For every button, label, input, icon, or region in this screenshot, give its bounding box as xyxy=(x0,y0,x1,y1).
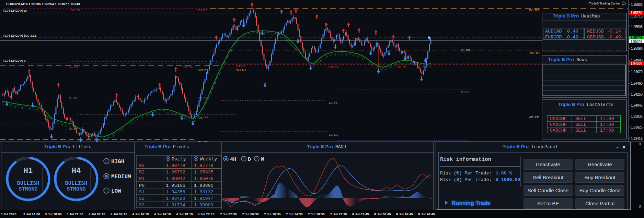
svg-text:Triple B Pro: Triple B Pro xyxy=(44,144,70,149)
svg-text:S3: S3 xyxy=(139,203,145,208)
svg-text:MACD: MACD xyxy=(335,144,346,149)
svg-text:Triple B Pro: Triple B Pro xyxy=(307,144,333,149)
svg-text:8 Jul 06:45: 8 Jul 06:45 xyxy=(374,212,391,216)
svg-text:Pivots: Pivots xyxy=(173,144,189,149)
svg-text:D1 S1: D1 S1 xyxy=(329,133,338,136)
svg-text:4 Jul 14:15: 4 Jul 14:15 xyxy=(154,212,171,216)
svg-text:D1 R2: D1 R2 xyxy=(183,64,193,68)
svg-text:1.95249: 1.95249 xyxy=(631,40,642,44)
svg-text:17:00: 17:00 xyxy=(600,116,614,121)
svg-text:1.95925: 1.95925 xyxy=(631,3,643,7)
svg-text:R1: R1 xyxy=(139,176,145,181)
svg-text:W1 R2: W1 R2 xyxy=(529,8,539,12)
svg-text:1.93415: 1.93415 xyxy=(631,137,643,141)
svg-text:Sell Breakout: Sell Breakout xyxy=(533,174,564,180)
svg-text:1.98478: 1.98478 xyxy=(166,163,185,168)
svg-text:1.94836: 1.94836 xyxy=(631,62,642,65)
svg-text:1.93132: 1.93132 xyxy=(194,190,214,195)
svg-text:7 Jul 18:30: 7 Jul 18:30 xyxy=(308,212,325,216)
svg-text:0: 0 xyxy=(639,142,641,146)
svg-text:W1 R1: W1 R1 xyxy=(530,51,540,55)
svg-text:MEDIUM: MEDIUM xyxy=(111,174,131,180)
svg-text:1.95835: 1.95835 xyxy=(194,170,214,175)
svg-text:Risk (%) Per Trade:: Risk (%) Per Trade: xyxy=(440,171,492,176)
svg-text:S2: S2 xyxy=(139,196,145,201)
svg-text:0.40: 0.40 xyxy=(567,29,578,34)
svg-text:Daily: Daily xyxy=(172,156,186,162)
svg-text:4 Jul 22:15: 4 Jul 22:15 xyxy=(198,212,215,216)
svg-text:Sell Candle Close: Sell Candle Close xyxy=(528,187,568,193)
svg-text:Reactivate: Reactivate xyxy=(588,161,612,167)
svg-text:1.95760: 1.95760 xyxy=(631,11,642,15)
svg-text:LOW: LOW xyxy=(111,188,121,194)
svg-text:SELL: SELL xyxy=(575,128,586,133)
svg-text:#1788242046 buy 3.61: #1788242046 buy 3.61 xyxy=(3,34,36,37)
svg-text:7 Jul 02:30: 7 Jul 02:30 xyxy=(220,212,237,216)
svg-text:LastAlerts: LastAlerts xyxy=(587,102,613,107)
svg-text:1.96792: 1.96792 xyxy=(166,170,185,175)
svg-text:1.94460: 1.94460 xyxy=(631,82,643,85)
svg-text:17:00: 17:00 xyxy=(600,128,614,133)
svg-text:Close Partial: Close Partial xyxy=(585,201,614,206)
svg-text:7 Jul 06:30: 7 Jul 06:30 xyxy=(242,212,259,216)
svg-text:R3: R3 xyxy=(139,163,145,168)
svg-text:1.95076: 1.95076 xyxy=(194,176,214,181)
svg-text:Weekly: Weekly xyxy=(200,156,217,162)
svg-text:8 Jul 10:45: 8 Jul 10:45 xyxy=(396,212,413,216)
svg-text:1.95106: 1.95106 xyxy=(166,183,185,188)
svg-text:D1 R1: D1 R1 xyxy=(329,65,338,69)
svg-text:#1788242046 sl: #1788242046 sl xyxy=(3,59,26,62)
svg-text:4 Jul 18:15: 4 Jul 18:15 xyxy=(176,212,193,216)
svg-text:Running Trade: Running Trade xyxy=(452,200,490,206)
svg-text:Triple B Pro: Triple B Pro xyxy=(553,13,579,19)
svg-text:1.94356: 1.94356 xyxy=(166,190,185,195)
svg-text:0.42: 0.42 xyxy=(567,35,578,40)
svg-text:TripleB Trading Center: TripleB Trading Center xyxy=(589,2,620,5)
svg-text:D1 R3: D1 R3 xyxy=(70,8,80,12)
svg-text:1.93835: 1.93835 xyxy=(631,114,643,118)
svg-text:1.93625: 1.93625 xyxy=(631,125,643,129)
svg-text:1.90003: 1.90003 xyxy=(194,203,214,208)
svg-text:News: News xyxy=(576,57,587,62)
svg-text:D1 R1: D1 R1 xyxy=(69,96,78,100)
svg-text:SELL: SELL xyxy=(575,122,586,127)
svg-text:4 Jul 02:15: 4 Jul 02:15 xyxy=(89,212,105,216)
svg-text:1.93420: 1.93420 xyxy=(166,196,185,201)
svg-text:GBPUSD: GBPUSD xyxy=(587,35,604,40)
svg-text:S1: S1 xyxy=(139,190,145,195)
svg-text:-0.14: -0.14 xyxy=(607,29,621,34)
svg-text:W1 PP: W1 PP xyxy=(529,115,539,119)
svg-text:D: D xyxy=(248,157,251,162)
svg-text:3 Jul 22:00: 3 Jul 22:00 xyxy=(67,212,83,216)
svg-text:EURNZD,M15 1.95195 1.95254 1.: EURNZD,M15 1.95195 1.95254 1.95167 1.952… xyxy=(6,2,80,6)
svg-text:17:00: 17:00 xyxy=(600,122,614,127)
svg-text:7 Jul 10:30: 7 Jul 10:30 xyxy=(264,212,281,216)
svg-text:1.95505: 1.95505 xyxy=(631,25,643,29)
svg-text:Risk ($) Per Trade:: Risk ($) Per Trade: xyxy=(440,177,492,182)
svg-text:Triple B Pro: Triple B Pro xyxy=(503,144,529,149)
svg-text:NZDUSD: NZDUSD xyxy=(587,29,604,34)
svg-text:W1 R1: W1 R1 xyxy=(198,68,208,72)
svg-text:W1 R1: W1 R1 xyxy=(236,68,246,72)
svg-text:Buy Candle Close: Buy Candle Close xyxy=(579,187,620,193)
svg-text:1.93891: 1.93891 xyxy=(194,183,214,188)
svg-text:HIGH: HIGH xyxy=(111,159,124,165)
svg-text:BULLISH: BULLISH xyxy=(17,180,39,186)
svg-text:AUDCAD: AUDCAD xyxy=(545,29,562,34)
svg-text:D1 R3: D1 R3 xyxy=(198,8,207,12)
svg-text:1.94670: 1.94670 xyxy=(631,70,643,74)
svg-text:H4: H4 xyxy=(72,167,81,175)
svg-text:D1 R1: D1 R1 xyxy=(398,65,407,69)
svg-text:8 Jul 02:45: 8 Jul 02:45 xyxy=(352,212,369,216)
svg-text:USDCHF: USDCHF xyxy=(550,116,567,121)
svg-text:SELL: SELL xyxy=(575,116,586,121)
svg-text:EURGBP: EURGBP xyxy=(545,35,562,40)
svg-text:0: 0 xyxy=(639,205,641,208)
svg-text:D1 R1: D1 R1 xyxy=(198,96,208,100)
svg-text:Triple B Pro: Triple B Pro xyxy=(548,57,574,62)
svg-text:4 Jul 06:15: 4 Jul 06:15 xyxy=(111,212,127,216)
svg-text:CADCHF: CADCHF xyxy=(550,122,567,127)
svg-text:4H: 4H xyxy=(230,157,236,162)
svg-text:-0.49: -0.49 xyxy=(607,35,621,40)
svg-text:D1 R2: D1 R2 xyxy=(236,64,245,68)
